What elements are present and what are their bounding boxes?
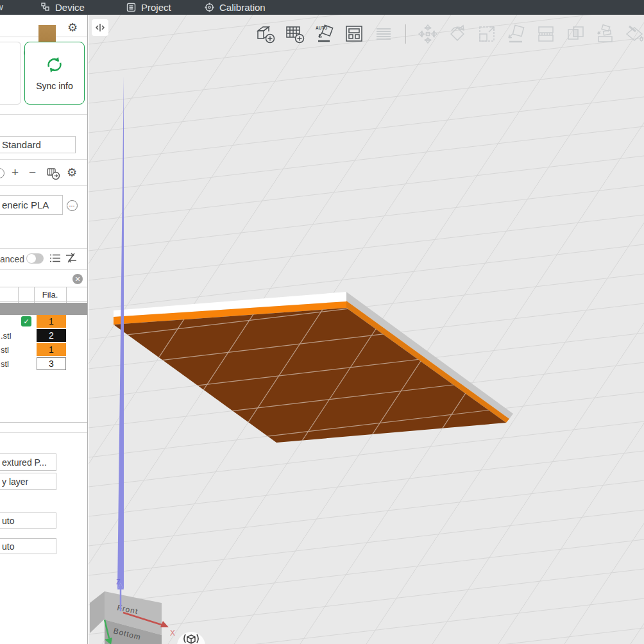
process-preset-value: Standard: [2, 139, 41, 150]
top-menu-bar: w Device Project Calibration: [0, 0, 644, 15]
toolbar-separator: [405, 24, 406, 44]
viewport-toolbar: AUTO: [253, 21, 644, 47]
rotate-button[interactable]: [445, 21, 470, 47]
object-name: .stl: [1, 331, 12, 341]
add-object-button[interactable]: [253, 21, 278, 47]
gizmo-left-face[interactable]: [90, 591, 105, 633]
x-axis-label: X: [170, 629, 175, 638]
auto-field-2-value: uto: [2, 541, 14, 552]
model-plate-object[interactable]: [114, 292, 513, 443]
table-row[interactable]: stl 3: [0, 357, 88, 371]
column-divider: [18, 287, 19, 303]
table-bottom-border: [0, 422, 88, 423]
add-filament-button[interactable]: +: [12, 166, 19, 178]
calibration-icon: [204, 2, 215, 13]
mesh-boolean-button[interactable]: [563, 21, 588, 47]
table-row[interactable]: stl 1: [0, 343, 88, 357]
flushing-volumes-icon[interactable]: [65, 252, 78, 264]
filament-cell[interactable]: 3: [37, 357, 66, 370]
advanced-toggle[interactable]: [26, 253, 44, 264]
lay-on-face-icon: [505, 22, 528, 46]
filament-more-button[interactable]: ⋯: [67, 200, 78, 211]
divider: [0, 114, 88, 115]
filament-cell[interactable]: 1: [37, 315, 66, 328]
filament-cell[interactable]: 1: [37, 343, 66, 356]
z-axis-arrowhead: [117, 76, 124, 589]
collapse-sidebar-icon: [95, 23, 105, 32]
variable-layer-icon: [372, 22, 395, 46]
advanced-label-fragment: anced: [0, 254, 24, 264]
color-paint-icon: [623, 22, 644, 46]
move-icon: [416, 22, 439, 46]
auto-field-1[interactable]: uto: [0, 513, 56, 529]
3d-viewport[interactable]: Front Bottom Z X: [89, 15, 644, 644]
filament-preset-value: eneric PLA: [2, 199, 49, 210]
auto-field-2[interactable]: uto: [0, 538, 56, 554]
table-row[interactable]: .stl 2: [0, 328, 88, 343]
rotate-icon: [446, 22, 469, 46]
tab-project-label: Project: [141, 2, 171, 13]
tab-calibration[interactable]: Calibration: [204, 0, 266, 15]
print-sequence-select[interactable]: y layer: [0, 473, 56, 490]
objects-table-header: Fila.: [0, 287, 88, 302]
add-plate-icon: [284, 22, 307, 46]
table-row[interactable]: ✓ 1: [0, 314, 88, 328]
color-paint-button[interactable]: [622, 21, 644, 47]
column-divider: [66, 287, 67, 303]
checkbox-checked-icon[interactable]: ✓: [21, 316, 31, 326]
collapse-sidebar-button[interactable]: [92, 19, 108, 36]
filament-settings-gear-icon[interactable]: ⚙: [67, 167, 77, 178]
build-plate-scene: Front Bottom Z X: [89, 15, 644, 644]
split-layout-icon: [343, 22, 366, 46]
tab-project[interactable]: Project: [126, 0, 171, 15]
support-paint-icon: [593, 22, 616, 46]
device-icon: [40, 2, 51, 13]
split-layout-button[interactable]: [341, 21, 367, 47]
add-plate-button[interactable]: [282, 21, 308, 47]
project-icon: [126, 2, 137, 13]
divider: [0, 432, 88, 433]
filament-cell[interactable]: 2: [37, 329, 66, 342]
divider: [0, 248, 88, 249]
sync-info-label: Sync info: [36, 81, 73, 91]
support-paint-button[interactable]: [592, 21, 618, 47]
divider: [0, 159, 88, 160]
printer-card[interactable]: [0, 42, 21, 105]
filament-preset-select[interactable]: eneric PLA: [0, 195, 63, 215]
printer-settings-gear-icon[interactable]: ⚙: [67, 22, 78, 33]
print-sequence-value: y layer: [2, 477, 28, 487]
plate-type-select[interactable]: extured P...: [0, 453, 56, 471]
z-axis-label: Z: [116, 578, 121, 586]
auto-orient-icon: AUTO: [313, 22, 336, 46]
divider: [0, 185, 88, 186]
add-object-icon: [254, 22, 277, 46]
tab-preview-fragment[interactable]: w: [0, 1, 3, 12]
scale-icon: [475, 22, 498, 46]
close-panel-icon[interactable]: ✕: [72, 274, 83, 284]
filament-column-header[interactable]: Fila.: [34, 290, 66, 300]
process-preset-select[interactable]: Standard: [0, 136, 76, 153]
filament-id-icon[interactable]: [0, 168, 4, 178]
cut-icon: [534, 22, 557, 46]
selected-row-band[interactable]: [0, 303, 88, 315]
scale-button[interactable]: [474, 21, 500, 47]
auto-field-1-value: uto: [2, 516, 14, 526]
remove-filament-button[interactable]: −: [29, 166, 36, 178]
variable-layer-button[interactable]: [371, 21, 396, 47]
parameter-list-icon[interactable]: [49, 253, 61, 263]
toggle-knob: [27, 254, 36, 263]
auto-orient-button[interactable]: AUTO: [312, 21, 337, 47]
ams-sync-icon[interactable]: [46, 167, 60, 180]
divider: [0, 269, 88, 270]
tab-device-label: Device: [55, 2, 85, 13]
move-button[interactable]: [415, 21, 441, 47]
cut-button[interactable]: [533, 21, 559, 47]
sync-icon: [44, 55, 65, 74]
tab-device[interactable]: Device: [40, 0, 85, 15]
object-name: stl: [1, 359, 9, 369]
lay-on-face-button[interactable]: [504, 21, 529, 47]
sync-info-button[interactable]: Sync info: [24, 42, 85, 105]
left-sidebar: ⚙ re... i Sync info Standard + − ⚙ eneri…: [0, 15, 88, 644]
svg-text:AUTO: AUTO: [316, 26, 327, 30]
mesh-boolean-icon: [564, 22, 587, 46]
